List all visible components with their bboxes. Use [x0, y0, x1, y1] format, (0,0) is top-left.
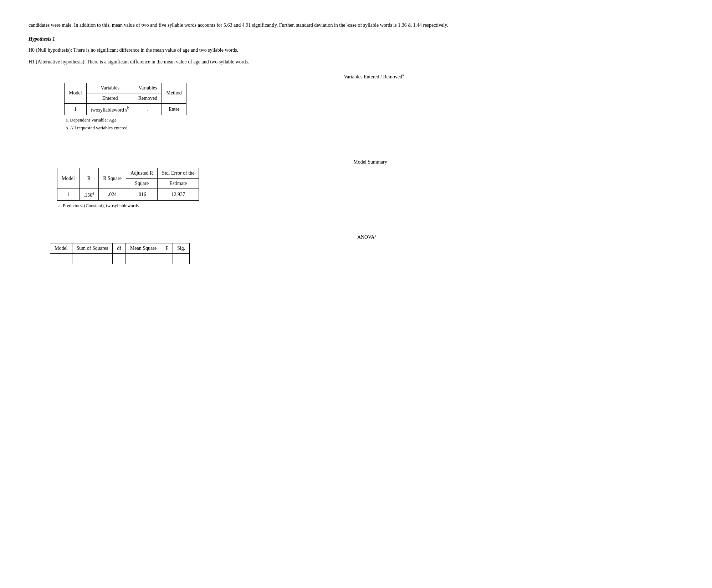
ms-row-model: 1 — [57, 189, 80, 201]
ms-col-r: R — [79, 168, 99, 189]
ms-col-model: Model — [57, 168, 80, 189]
ms-row-stderr: 12.937 — [158, 189, 199, 201]
anova-row-sumsq-val — [72, 253, 113, 264]
model-summary-footnote: a. Predictors: (Constant), twosyllablewo… — [58, 203, 683, 208]
row-model-1: 1 — [65, 103, 87, 115]
col-variables-removed-header: Variables — [134, 83, 162, 93]
col-variables-entered-header: Variables — [86, 83, 134, 93]
anova-col-sig: Sig. — [173, 243, 189, 253]
anova-col-df: df — [113, 243, 126, 253]
hypothesis-section: Hypothesis 1 H0 (Null hypothesis): There… — [29, 36, 683, 66]
anova-row-sig-val — [173, 253, 189, 264]
ms-col-stderr-header: Std. Error of the — [158, 168, 199, 179]
row-variables-entered: twosyllableword sb — [86, 103, 134, 115]
anova-col-f: F — [161, 243, 173, 253]
anova-col-model: Model — [50, 243, 72, 253]
intro-paragraph: candidates were male. In addition to thi… — [29, 21, 683, 29]
ms-col-rsquare: R Square — [99, 168, 126, 189]
anova-section: ANOVAa Model Sum of Squares df Mean Squa… — [50, 233, 683, 264]
anova-table: Model Sum of Squares df Mean Square F Si… — [50, 243, 190, 264]
ms-row-adjr: .016 — [126, 189, 157, 201]
col-model: Model — [65, 83, 87, 103]
anova-row-empty — [50, 253, 72, 264]
ms-col-adjr-sub: Square — [126, 179, 157, 189]
hypothesis-heading: Hypothesis 1 — [29, 36, 683, 42]
col-removed-sub: Removed — [134, 93, 162, 103]
anova-row-meansq-val — [126, 253, 161, 264]
col-entered-sub: Entered — [86, 93, 134, 103]
anova-row-f-val — [161, 253, 173, 264]
anova-col-sumsq: Sum of Squares — [72, 243, 113, 253]
col-method: Method — [162, 83, 186, 103]
row-variables-removed: . — [134, 103, 162, 115]
anova-row-df-val — [113, 253, 126, 264]
ms-row-r: .156a — [79, 189, 99, 201]
variables-footnote-b: b. All requested variables entered. — [66, 125, 683, 131]
row-method: Enter — [162, 103, 186, 115]
anova-col-meansq: Mean Square — [126, 243, 161, 253]
anova-title: ANOVAa — [50, 233, 683, 240]
h1-text: H1 (Alternative hypothesis): There is a … — [29, 58, 683, 66]
model-summary-title: Model Summary — [57, 159, 683, 165]
model-summary-section: Model Summary Model R R Square Adjusted … — [57, 159, 683, 208]
h0-text: H0 (Null hypothesis): There is no signif… — [29, 46, 683, 54]
variables-table-title: Variables Entered / Removeda — [64, 73, 683, 80]
ms-col-adjr-header: Adjusted R — [126, 168, 157, 179]
intro-text: candidates were male. In addition to thi… — [29, 21, 683, 29]
variables-footnote-a: a. Dependent Variable: Age — [66, 117, 683, 123]
ms-row-rsquare: .024 — [99, 189, 126, 201]
variables-entered-table: Model Variables Variables Method Entered… — [64, 83, 186, 115]
variables-table-section: Variables Entered / Removeda Model Varia… — [64, 73, 683, 131]
model-summary-table: Model R R Square Adjusted R Std. Error o… — [57, 168, 199, 201]
ms-col-stderr-sub: Estimate — [158, 179, 199, 189]
